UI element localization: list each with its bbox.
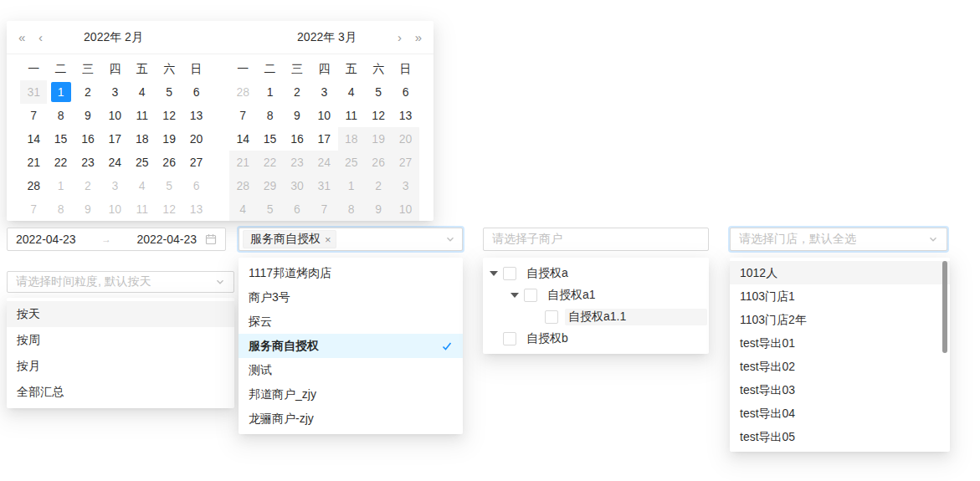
calendar-day-cell[interactable]: 1 <box>338 174 365 197</box>
start-date-value[interactable]: 2022-04-23 <box>16 233 76 246</box>
calendar-day-cell[interactable]: 15 <box>47 127 74 151</box>
tree-node-label[interactable]: 自授权a1 <box>544 287 599 304</box>
calendar-day-cell[interactable]: 16 <box>74 127 101 151</box>
calendar-day-cell[interactable]: 23 <box>284 151 310 174</box>
calendar-day-cell[interactable]: 13 <box>182 104 209 127</box>
calendar-day-cell[interactable]: 6 <box>182 174 209 197</box>
calendar-day-cell[interactable]: 3 <box>392 174 418 197</box>
calendar-day-cell[interactable]: 19 <box>156 127 182 151</box>
calendar-day-cell[interactable]: 10 <box>310 104 337 127</box>
calendar-day-cell[interactable]: 27 <box>182 151 209 174</box>
merchant-select[interactable]: 服务商自授权 × <box>239 228 463 251</box>
calendar-day-cell[interactable]: 6 <box>182 80 209 104</box>
calendar-day-cell[interactable]: 13 <box>392 104 418 127</box>
merchant-option[interactable]: 服务商自授权 <box>239 334 463 358</box>
tree-node[interactable]: 自授权a <box>483 263 709 284</box>
calendar-day-cell[interactable]: 21 <box>229 151 256 174</box>
calendar-day-cell[interactable]: 2 <box>284 80 310 104</box>
granularity-option[interactable]: 按天 <box>7 301 234 327</box>
calendar-day-cell[interactable]: 7 <box>229 104 256 127</box>
merchant-option[interactable]: 测试 <box>239 358 463 382</box>
tree-node-label[interactable]: 自授权a1.1 <box>565 309 707 325</box>
calendar-day-cell[interactable]: 11 <box>129 104 156 127</box>
store-option[interactable]: 1103门店1 <box>730 284 950 308</box>
calendar-day-cell[interactable]: 5 <box>156 174 182 197</box>
merchant-option[interactable]: 龙骊商户-zjy <box>239 407 463 431</box>
granularity-option[interactable]: 按月 <box>7 353 234 379</box>
calendar-day-cell[interactable]: 10 <box>101 104 128 127</box>
tree-checkbox[interactable] <box>503 267 516 280</box>
calendar-day-cell[interactable]: 8 <box>47 104 74 127</box>
calendar-day-cell[interactable]: 31 <box>20 80 47 104</box>
calendar-day-cell[interactable]: 9 <box>365 197 392 221</box>
store-option[interactable]: test导出05 <box>730 425 950 448</box>
calendar-day-cell[interactable]: 7 <box>20 104 47 127</box>
calendar-day-cell[interactable]: 23 <box>74 151 101 174</box>
merchant-option[interactable]: 商户3号 <box>239 285 463 310</box>
calendar-day-cell[interactable]: 7 <box>310 197 337 221</box>
tree-node[interactable]: 自授权a1.1 <box>483 306 709 328</box>
store-option[interactable]: 1103门店2年 <box>730 308 950 331</box>
calendar-day-cell[interactable]: 3 <box>101 174 128 197</box>
calendar-day-cell[interactable]: 5 <box>365 80 392 104</box>
calendar-day-cell[interactable]: 30 <box>284 174 310 197</box>
calendar-day-cell[interactable]: 28 <box>229 174 256 197</box>
tree-node[interactable]: 自授权b <box>483 328 709 350</box>
calendar-day-cell[interactable]: 12 <box>365 104 392 127</box>
calendar-day-cell[interactable]: 17 <box>310 127 337 151</box>
calendar-day-cell[interactable]: 11 <box>338 104 365 127</box>
calendar-day-cell[interactable]: 1 <box>47 80 74 104</box>
next-year-icon[interactable]: » <box>415 21 422 54</box>
merchant-option[interactable]: 1117邦道烤肉店 <box>239 261 463 285</box>
calendar-day-cell[interactable]: 1 <box>47 174 74 197</box>
calendar-day-cell[interactable]: 26 <box>156 151 182 174</box>
tree-checkbox[interactable] <box>545 310 558 324</box>
calendar-day-cell[interactable]: 1 <box>256 80 283 104</box>
calendar-day-cell[interactable]: 26 <box>365 151 392 174</box>
tree-expand-caret-icon[interactable] <box>505 293 524 298</box>
tree-node[interactable]: 自授权a1 <box>483 284 709 306</box>
calendar-day-cell[interactable]: 31 <box>310 174 337 197</box>
calendar-day-cell[interactable]: 4 <box>229 197 256 221</box>
calendar-day-cell[interactable]: 4 <box>338 80 365 104</box>
calendar-day-cell[interactable]: 24 <box>101 151 128 174</box>
merchant-option[interactable]: 邦道商户_zjy <box>239 382 463 407</box>
store-option[interactable]: test导出03 <box>730 378 950 402</box>
store-option[interactable]: test导出04 <box>730 402 950 425</box>
calendar-day-cell[interactable]: 18 <box>129 127 156 151</box>
calendar-day-cell[interactable]: 20 <box>182 127 209 151</box>
calendar-day-cell[interactable]: 5 <box>256 197 283 221</box>
calendar-day-cell[interactable]: 9 <box>74 197 101 221</box>
calendar-day-cell[interactable]: 14 <box>229 127 256 151</box>
granularity-option[interactable]: 全部汇总 <box>7 379 234 405</box>
calendar-day-cell[interactable]: 4 <box>129 80 156 104</box>
calendar-day-cell[interactable]: 28 <box>20 174 47 197</box>
merchant-option[interactable]: 探云 <box>239 310 463 334</box>
calendar-day-cell[interactable]: 6 <box>284 197 310 221</box>
calendar-day-cell[interactable]: 22 <box>256 151 283 174</box>
calendar-day-cell[interactable]: 11 <box>129 197 156 221</box>
store-option[interactable]: test导出01 <box>730 331 950 355</box>
calendar-day-cell[interactable]: 8 <box>338 197 365 221</box>
calendar-day-cell[interactable]: 9 <box>284 104 310 127</box>
calendar-day-cell[interactable]: 13 <box>182 197 209 221</box>
time-granularity-select[interactable]: 请选择时间粒度, 默认按天 <box>7 271 234 293</box>
calendar-day-cell[interactable]: 12 <box>156 104 182 127</box>
next-month-icon[interactable]: › <box>398 21 402 54</box>
calendar-day-cell[interactable]: 3 <box>101 80 128 104</box>
calendar-day-cell[interactable]: 18 <box>338 127 365 151</box>
calendar-day-cell[interactable]: 21 <box>20 151 47 174</box>
calendar-day-cell[interactable]: 8 <box>256 104 283 127</box>
calendar-day-cell[interactable]: 7 <box>20 197 47 221</box>
calendar-day-cell[interactable]: 4 <box>129 174 156 197</box>
sub-merchant-select[interactable]: 请选择子商户 <box>483 228 709 251</box>
end-date-value[interactable]: 2022-04-23 <box>136 233 197 246</box>
calendar-day-cell[interactable]: 20 <box>392 127 418 151</box>
calendar-day-cell[interactable]: 14 <box>20 127 47 151</box>
calendar-day-cell[interactable]: 2 <box>365 174 392 197</box>
calendar-day-cell[interactable]: 25 <box>338 151 365 174</box>
tree-expand-caret-icon[interactable] <box>485 271 503 276</box>
calendar-day-cell[interactable]: 5 <box>156 80 182 104</box>
calendar-day-cell[interactable]: 10 <box>392 197 418 221</box>
tag-remove-icon[interactable]: × <box>325 234 331 245</box>
